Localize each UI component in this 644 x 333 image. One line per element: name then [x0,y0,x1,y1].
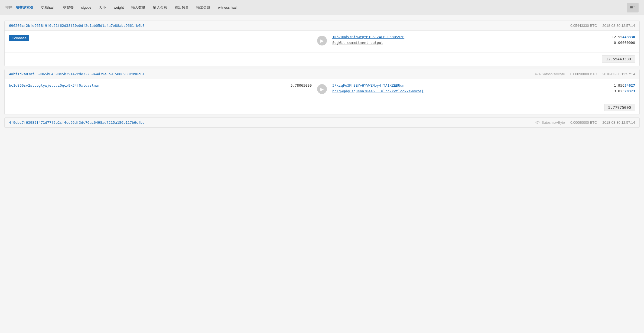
tx-total-badge: 5.77975000 [604,104,635,111]
tx-card: 4abf1d7a03af659065b04398e5b29142cde32259… [4,69,640,115]
tx-meta: 474 Satoshis/vByte0.00090000 BTC2018-03-… [535,120,635,125]
tx-timestamp: 2018-03-30 12:57:14 [602,120,635,125]
output-address: SegWit commitment output [332,41,383,45]
tx-hash-link[interactable]: 696206cf2bfe9658f9f0c21f62d38f30e0df2e1a… [9,24,565,28]
sort-label: 排序: [5,5,14,10]
coinbase-badge: Coinbase [9,35,29,41]
col-header-input_amount[interactable]: 输入金额 [153,5,167,10]
tx-hash-link[interactable]: 4f9ebc7f63982f471d77f3e2cf4cc96df3dc76ac… [9,120,529,125]
col-header-sigops[interactable]: sigops [81,5,92,9]
tx-meta: 474 Satoshis/vByte0.00090000 BTC2018-03-… [535,72,635,76]
input-item: Coinbase [9,35,312,41]
output-amount: 0.00000000 [614,41,635,45]
tx-fee-rate: 474 Satoshis/vByte [535,120,565,125]
output-amount: 3.82320373 [614,89,635,93]
tx-timestamp: 2018-03-30 12:57:14 [602,24,635,28]
output-address[interactable]: 3FxzqFo3KhSEYvHYVWZNoy4fTA1KZEBUun [332,83,404,87]
input-address[interactable]: bc1q866sv2stppgtywje...z0qcx9k34f0xlqasl… [9,83,100,87]
tx-meta: 0.05443330 BTC2018-03-30 12:57:14 [570,24,635,28]
col-header-witness_hash[interactable]: witness hash [218,5,238,9]
tx-arrow-icon: ▶ [317,36,327,45]
tx-card: 696206cf2bfe9658f9f0c21f62d38f30e0df2e1a… [4,21,640,66]
output-amount: 12.55443330 [612,35,635,39]
tx-amount-btc: 0.05443330 BTC [570,24,597,28]
tx-timestamp: 2018-03-30 12:57:14 [602,72,635,76]
tx-header: 4abf1d7a03af659065b04398e5b29142cde32259… [5,69,639,79]
output-item: 1Nh7uHdvY6fNwtQtM1G5EZAFPLC33B59rB12.554… [332,35,635,39]
column-headers: 块交易索引交易hash交易费sigops大小weight输入数量输入金额输出数量… [16,5,627,10]
tx-outputs: 3FxzqFo3KhSEYvHYVWZNoy4fTA1KZEBUun1.9565… [332,83,635,95]
col-header-block_tx_index[interactable]: 块交易索引 [16,5,33,10]
highlight-digits: 20373 [625,89,635,93]
output-item: bc1qwqdg6squsna38e46...ulcc7kytlcckxswvv… [332,89,635,93]
tx-total-row: 5.77975000 [5,101,639,115]
tx-fee-rate: 474 Satoshis/vByte [535,72,565,76]
tx-header: 696206cf2bfe9658f9f0c21f62d38f30e0df2e1a… [5,21,639,31]
input-item: bc1q866sv2stppgtywje...z0qcx9k34f0xlqasl… [9,83,312,87]
col-header-weight[interactable]: weight [113,5,124,9]
col-header-tx_fee[interactable]: 交易费 [63,5,74,10]
highlight-digits: 443330 [622,35,635,39]
col-header-tx_hash[interactable]: 交易hash [41,5,56,10]
tx-inputs: bc1q866sv2stppgtywje...z0qcx9k34f0xlqasl… [9,83,312,89]
sort-button[interactable]: ≡↑ [627,3,639,12]
tx-outputs: 1Nh7uHdvY6fNwtQtM1G5EZAFPLC33B59rB12.554… [332,35,635,46]
transactions-container: 696206cf2bfe9658f9f0c21f62d38f30e0df2e1a… [0,15,644,133]
col-header-output_amount[interactable]: 输出金额 [196,5,210,10]
tx-total-row: 12.55443330 [5,52,639,66]
input-amount: 5.78065000 [291,83,312,87]
tx-inputs: Coinbase [9,35,312,43]
output-amount: 1.95654627 [614,83,635,87]
tx-hash-link[interactable]: 4abf1d7a03af659065b04398e5b29142cde32259… [9,72,529,76]
output-item: 3FxzqFo3KhSEYvHYVWZNoy4fTA1KZEBUun1.9565… [332,83,635,87]
tx-total-badge: 12.55443330 [602,55,635,63]
tx-amount-btc: 0.00090000 BTC [570,72,597,76]
header-bar: 排序: 块交易索引交易hash交易费sigops大小weight输入数量输入金额… [0,0,644,15]
tx-amount-btc: 0.00090000 BTC [570,120,597,125]
output-item: SegWit commitment output0.00000000 [332,41,635,45]
tx-arrow-icon: ▶ [317,84,327,94]
output-address[interactable]: 1Nh7uHdvY6fNwtQtM1G5EZAFPLC33B59rB [332,35,404,39]
tx-card: 4f9ebc7f63982f471d77f3e2cf4cc96df3dc76ac… [4,117,640,128]
highlight-digits: 54627 [625,83,635,87]
col-header-input_count[interactable]: 输入数量 [131,5,145,10]
output-address[interactable]: bc1qwqdg6squsna38e46...ulcc7kytlcckxswvv… [332,89,424,93]
tx-header: 4f9ebc7f63982f471d77f3e2cf4cc96df3dc76ac… [5,118,639,128]
col-header-output_count[interactable]: 输出数量 [175,5,189,10]
tx-body: Coinbase▶1Nh7uHdvY6fNwtQtM1G5EZAFPLC33B5… [5,31,639,51]
col-header-size[interactable]: 大小 [99,5,106,10]
tx-body: bc1q866sv2stppgtywje...z0qcx9k34f0xlqasl… [5,79,639,99]
